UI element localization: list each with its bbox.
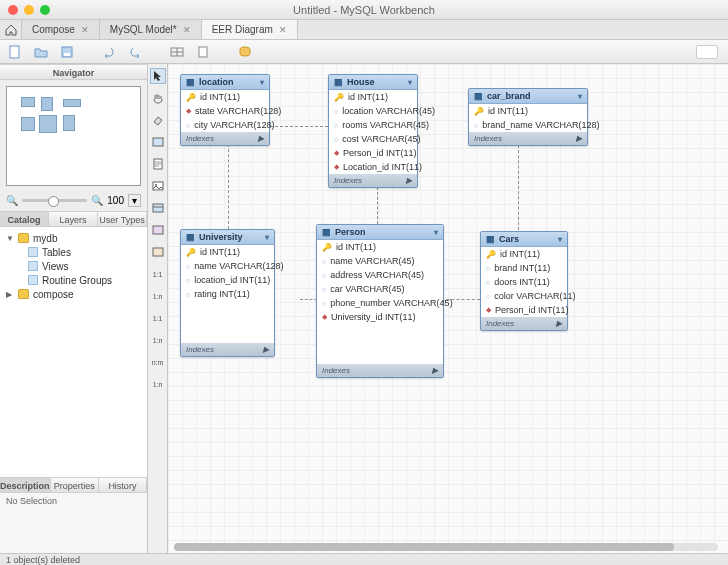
- rel-1-1-id-tool[interactable]: 1:1: [150, 310, 166, 326]
- svg-rect-8: [153, 182, 163, 190]
- column-label: cost VARCHAR(45): [342, 134, 420, 144]
- pointer-tool[interactable]: [150, 68, 166, 84]
- rel-1-n-id-tool[interactable]: 1:n: [150, 332, 166, 348]
- key-icon: 🔑: [334, 93, 344, 102]
- hand-tool[interactable]: [150, 90, 166, 106]
- sync-button[interactable]: [236, 43, 254, 61]
- table-tool[interactable]: [150, 200, 166, 216]
- export-button[interactable]: [194, 43, 212, 61]
- circle-icon: ○: [186, 122, 190, 129]
- tab-catalog[interactable]: Catalog: [0, 212, 49, 226]
- indexes-bar[interactable]: Indexes▶: [469, 132, 587, 145]
- column-label: rating INT(11): [194, 289, 250, 299]
- minimap-object: [63, 115, 75, 131]
- expand-icon[interactable]: ▼: [6, 234, 14, 243]
- expand-icon: ▶: [263, 345, 269, 354]
- tab-mysql-model[interactable]: MySQL Model*✕: [100, 20, 202, 39]
- zoom-dropdown-icon[interactable]: ▾: [128, 194, 141, 207]
- column-label: address VARCHAR(45): [330, 270, 424, 280]
- navigator-minimap[interactable]: [6, 86, 141, 186]
- key-icon: 🔑: [486, 250, 496, 259]
- indexes-bar[interactable]: Indexes▶: [181, 343, 274, 356]
- tab-layers[interactable]: Layers: [49, 212, 98, 226]
- svg-rect-2: [64, 53, 70, 56]
- column-label: location VARCHAR(45): [342, 106, 435, 116]
- tab-description[interactable]: Description: [0, 478, 51, 492]
- zoom-out-icon[interactable]: 🔍: [6, 195, 18, 206]
- layer-tool[interactable]: [150, 134, 166, 150]
- expand-icon[interactable]: ▶: [6, 290, 14, 299]
- undo-button[interactable]: [100, 43, 118, 61]
- home-button[interactable]: [0, 20, 22, 39]
- zoom-in-icon[interactable]: 🔍: [91, 195, 103, 206]
- table-icon: [152, 203, 164, 213]
- rel-1-n-tool[interactable]: 1:n: [150, 288, 166, 304]
- expand-icon: ▶: [258, 134, 264, 143]
- rel-label: 1:1: [153, 315, 163, 322]
- entity-cars[interactable]: Cars 🔑id INT(11) ○brand INT(11) ○doors I…: [480, 231, 568, 331]
- indexes-bar[interactable]: Indexes▶: [317, 364, 443, 377]
- tree-db-mydb[interactable]: ▼mydb: [4, 231, 143, 245]
- validate-button[interactable]: [168, 43, 186, 61]
- diamond-icon: ◆: [334, 163, 339, 171]
- catalog-tree: ▼mydb Tables Views Routine Groups ▶compo…: [0, 227, 147, 477]
- rel-1-1-tool[interactable]: 1:1: [150, 266, 166, 282]
- rel-1-n-nonid-tool[interactable]: 1:n: [150, 376, 166, 392]
- entity-title: Cars: [499, 234, 519, 244]
- eraser-tool[interactable]: [150, 112, 166, 128]
- search-input[interactable]: [696, 45, 718, 59]
- properties-tabs: Description Properties History: [0, 477, 147, 493]
- entity-person[interactable]: Person 🔑id INT(11) ○name VARCHAR(45) ○ad…: [316, 224, 444, 378]
- zoom-slider[interactable]: [22, 199, 87, 202]
- redo-button[interactable]: [126, 43, 144, 61]
- column-label: Location_id INT(11): [343, 162, 422, 172]
- close-icon[interactable]: ✕: [183, 25, 191, 35]
- indexes-bar[interactable]: Indexes▶: [181, 132, 269, 145]
- minimap-object: [21, 97, 35, 107]
- save-button[interactable]: [58, 43, 76, 61]
- close-icon[interactable]: ✕: [81, 25, 89, 35]
- image-tool[interactable]: [150, 178, 166, 194]
- rel-n-m-tool[interactable]: n:m: [150, 354, 166, 370]
- eer-canvas[interactable]: location 🔑id INT(11) ◆state VARCHAR(128)…: [168, 64, 728, 553]
- routine-icon: [152, 247, 164, 257]
- database-icon: [18, 233, 29, 243]
- tab-eer-diagram[interactable]: EER Diagram✕: [202, 20, 298, 39]
- tab-properties[interactable]: Properties: [51, 478, 99, 492]
- titlebar: Untitled - MySQL Workbench: [0, 0, 728, 20]
- tree-routine-groups[interactable]: Routine Groups: [4, 273, 143, 287]
- view-tool[interactable]: [150, 222, 166, 238]
- column-label: name VARCHAR(45): [330, 256, 414, 266]
- note-tool[interactable]: [150, 156, 166, 172]
- tab-user-types[interactable]: User Types: [98, 212, 147, 226]
- indexes-bar[interactable]: Indexes▶: [329, 174, 417, 187]
- minimap-object: [39, 115, 57, 133]
- new-file-button[interactable]: [6, 43, 24, 61]
- horizontal-scrollbar[interactable]: [174, 543, 718, 551]
- main-toolbar: [0, 40, 728, 64]
- entity-header: location: [181, 75, 269, 90]
- routine-tool[interactable]: [150, 244, 166, 260]
- tab-history[interactable]: History: [99, 478, 147, 492]
- entity-house[interactable]: House 🔑id INT(11) ○location VARCHAR(45) …: [328, 74, 418, 188]
- circle-icon: ○: [334, 108, 338, 115]
- relationship-line: [518, 140, 519, 230]
- tree-views[interactable]: Views: [4, 259, 143, 273]
- diamond-icon: ◆: [334, 149, 339, 157]
- entity-university[interactable]: University 🔑id INT(11) ○name VARCHAR(128…: [180, 229, 275, 357]
- close-icon[interactable]: ✕: [279, 25, 287, 35]
- page-icon: [197, 46, 209, 58]
- tree-tables[interactable]: Tables: [4, 245, 143, 259]
- sidebar: Navigator 🔍 🔍 100 ▾ Catalog Layers User …: [0, 64, 148, 553]
- open-folder-button[interactable]: [32, 43, 50, 61]
- eraser-icon: [152, 115, 164, 125]
- indexes-bar[interactable]: Indexes▶: [481, 317, 567, 330]
- entity-location[interactable]: location 🔑id INT(11) ◆state VARCHAR(128)…: [180, 74, 270, 146]
- entity-car-brand[interactable]: car_brand 🔑id INT(11) ○brand_name VARCHA…: [468, 88, 588, 146]
- tree-label: compose: [33, 289, 74, 300]
- save-icon: [60, 45, 74, 59]
- tab-compose[interactable]: Compose✕: [22, 20, 100, 39]
- column-label: doors INT(11): [494, 277, 550, 287]
- tree-db-compose[interactable]: ▶compose: [4, 287, 143, 301]
- svg-rect-6: [153, 138, 163, 146]
